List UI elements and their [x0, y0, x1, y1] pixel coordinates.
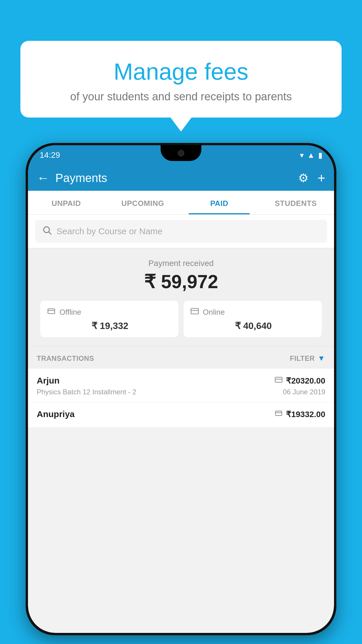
transaction-bottom-row: Physics Batch 12 Installment - 2 06 June… — [37, 388, 325, 396]
transaction-top-row: Anupriya ₹19332.00 — [37, 409, 325, 419]
online-amount: ₹ 40,640 — [191, 320, 315, 331]
settings-icon[interactable]: ⚙ — [298, 171, 309, 185]
transaction-row[interactable]: Arjun ₹20320.00 Physics Batch 12 Install… — [28, 369, 334, 402]
transaction-amount-2: ₹19332.00 — [286, 410, 325, 419]
svg-rect-4 — [191, 309, 198, 314]
search-container: Search by Course or Name — [28, 215, 334, 248]
transaction-detail: Physics Batch 12 Installment - 2 — [37, 388, 136, 396]
page-title: Payments — [55, 172, 292, 185]
svg-rect-8 — [275, 411, 282, 415]
tab-paid[interactable]: PAID — [181, 191, 258, 214]
speech-bubble: Manage fees of your students and send re… — [20, 41, 342, 118]
filter-label: FILTER — [290, 354, 315, 363]
offline-icon — [47, 307, 55, 317]
transaction-amount-wrap: ₹19332.00 — [275, 410, 325, 419]
transaction-payment-type-icon-2 — [275, 410, 282, 419]
svg-rect-2 — [48, 309, 55, 314]
transaction-amount: ₹20320.00 — [286, 376, 325, 386]
search-input[interactable]: Search by Course or Name — [57, 226, 163, 236]
online-card-header: Online — [191, 307, 315, 317]
transaction-row[interactable]: Anupriya ₹19332.00 — [28, 402, 334, 428]
offline-amount: ₹ 19,332 — [47, 320, 171, 331]
status-icons: ▾ ▲ ▮ — [300, 151, 322, 160]
tab-upcoming[interactable]: UPCOMING — [105, 191, 181, 214]
tab-unpaid[interactable]: UNPAID — [28, 191, 105, 214]
payment-received-label: Payment received — [35, 259, 327, 268]
online-label: Online — [203, 308, 225, 317]
battery-icon: ▮ — [318, 151, 322, 160]
transaction-name: Anupriya — [37, 409, 75, 419]
top-bar: ← Payments ⚙ + — [28, 165, 334, 191]
front-camera — [178, 150, 184, 156]
svg-rect-6 — [275, 377, 282, 382]
top-bar-icons: ⚙ + — [298, 170, 325, 186]
filter-icon: ▼ — [318, 354, 325, 363]
offline-label: Offline — [59, 308, 81, 317]
transaction-date: 06 June 2019 — [283, 388, 325, 396]
offline-card-header: Offline — [47, 307, 171, 317]
add-button[interactable]: + — [317, 170, 325, 186]
transaction-name: Arjun — [37, 376, 59, 386]
status-time: 14:29 — [40, 150, 60, 160]
back-button[interactable]: ← — [37, 171, 50, 185]
offline-payment-card: Offline ₹ 19,332 — [40, 301, 178, 337]
transaction-amount-wrap: ₹20320.00 — [275, 376, 325, 386]
online-icon — [191, 307, 199, 317]
svg-line-1 — [49, 232, 51, 234]
transaction-top-row: Arjun ₹20320.00 — [37, 376, 325, 386]
payment-summary: Payment received ₹ 59,972 Offline — [28, 248, 334, 346]
filter-button[interactable]: FILTER ▼ — [290, 354, 325, 363]
wifi-icon: ▾ — [300, 151, 304, 160]
transaction-payment-type-icon — [275, 376, 282, 386]
transactions-header: TRANSACTIONS FILTER ▼ — [28, 346, 334, 369]
phone-screen: 14:29 ▾ ▲ ▮ ← Payments ⚙ + UNPAID UPCO — [28, 145, 334, 633]
phone-notch — [161, 145, 201, 161]
signal-icon: ▲ — [307, 151, 315, 160]
tabs-bar: UNPAID UPCOMING PAID STUDENTS — [28, 191, 334, 215]
speech-bubble-title: Manage fees — [35, 58, 327, 85]
search-icon — [42, 225, 52, 237]
payment-cards-row: Offline ₹ 19,332 Online — [35, 301, 327, 337]
search-box[interactable]: Search by Course or Name — [35, 220, 327, 243]
phone-frame: 14:29 ▾ ▲ ▮ ← Payments ⚙ + UNPAID UPCO — [26, 143, 336, 635]
tab-students[interactable]: STUDENTS — [258, 191, 334, 214]
online-payment-card: Online ₹ 40,640 — [184, 301, 322, 337]
phone-inner: 14:29 ▾ ▲ ▮ ← Payments ⚙ + UNPAID UPCO — [28, 145, 334, 633]
speech-bubble-subtitle: of your students and send receipts to pa… — [35, 90, 327, 103]
payment-total-amount: ₹ 59,972 — [35, 271, 327, 293]
transactions-label: TRANSACTIONS — [37, 354, 94, 363]
